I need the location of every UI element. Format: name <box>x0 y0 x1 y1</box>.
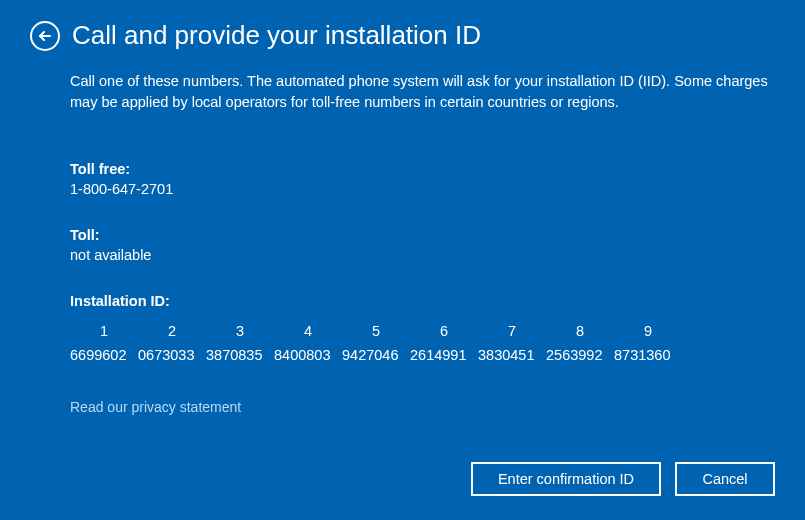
installation-id-header-row: 1 2 3 4 5 6 7 8 9 <box>70 319 775 343</box>
iid-header-cell: 4 <box>274 319 342 343</box>
iid-header-cell: 8 <box>546 319 614 343</box>
toll-value: not available <box>70 247 775 263</box>
header: Call and provide your installation ID <box>0 0 805 61</box>
cancel-button[interactable]: Cancel <box>675 462 775 496</box>
installation-id-value-row: 6699602 0673033 3870835 8400803 9427046 … <box>70 343 775 367</box>
iid-value-cell: 6699602 <box>70 343 138 367</box>
toll-free-value: 1-800-647-2701 <box>70 181 775 197</box>
iid-header-cell: 6 <box>410 319 478 343</box>
back-arrow-icon <box>37 28 53 44</box>
back-button[interactable] <box>30 21 60 51</box>
enter-confirmation-id-button[interactable]: Enter confirmation ID <box>471 462 661 496</box>
iid-value-cell: 8400803 <box>274 343 342 367</box>
page-title: Call and provide your installation ID <box>72 20 481 51</box>
iid-value-cell: 2563992 <box>546 343 614 367</box>
toll-free-label: Toll free: <box>70 161 775 177</box>
iid-header-cell: 3 <box>206 319 274 343</box>
iid-header-cell: 5 <box>342 319 410 343</box>
toll-free-section: Toll free: 1-800-647-2701 <box>70 161 775 197</box>
iid-value-cell: 3830451 <box>478 343 546 367</box>
installation-id-section: Installation ID: 1 2 3 4 5 6 7 8 9 66996… <box>70 293 775 367</box>
iid-value-cell: 9427046 <box>342 343 410 367</box>
description-text: Call one of these numbers. The automated… <box>70 71 775 113</box>
installation-id-table: 1 2 3 4 5 6 7 8 9 6699602 0673033 387083… <box>70 319 775 367</box>
iid-value-cell: 2614991 <box>410 343 478 367</box>
toll-section: Toll: not available <box>70 227 775 263</box>
iid-header-cell: 7 <box>478 319 546 343</box>
installation-id-label: Installation ID: <box>70 293 775 309</box>
content-area: Call one of these numbers. The automated… <box>0 61 805 415</box>
iid-header-cell: 1 <box>70 319 138 343</box>
privacy-statement-link[interactable]: Read our privacy statement <box>70 399 775 415</box>
iid-value-cell: 3870835 <box>206 343 274 367</box>
iid-value-cell: 0673033 <box>138 343 206 367</box>
toll-label: Toll: <box>70 227 775 243</box>
iid-header-cell: 2 <box>138 319 206 343</box>
iid-value-cell: 8731360 <box>614 343 682 367</box>
iid-header-cell: 9 <box>614 319 682 343</box>
footer-buttons: Enter confirmation ID Cancel <box>471 462 775 496</box>
